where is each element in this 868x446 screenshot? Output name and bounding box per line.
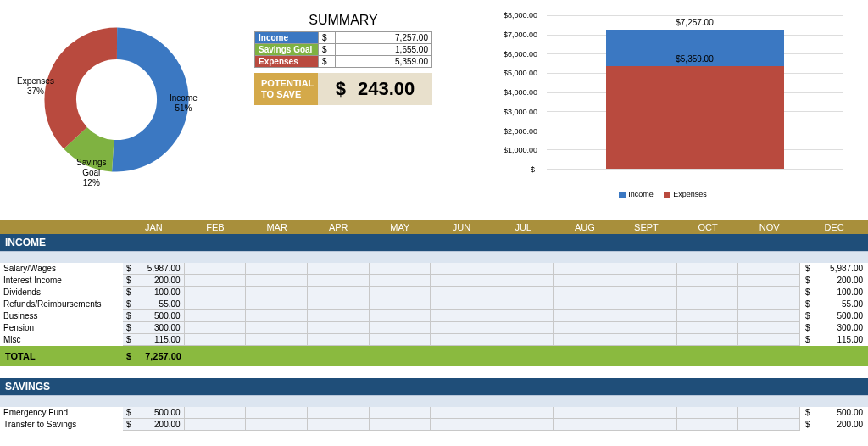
grid-cell[interactable]: [308, 298, 370, 310]
grid-cell[interactable]: [738, 322, 800, 334]
grid-cell[interactable]: [615, 263, 677, 275]
grid-cell[interactable]: [431, 298, 492, 310]
grid-cell[interactable]: [370, 298, 431, 310]
grid-cell[interactable]: [308, 419, 370, 431]
grid-cell[interactable]: [185, 322, 247, 334]
grid-cell[interactable]: [308, 263, 370, 275]
grid-cell[interactable]: [677, 419, 739, 431]
grid-cell[interactable]: $300.00: [123, 322, 185, 334]
grid-cell[interactable]: [492, 419, 554, 431]
grid-cell[interactable]: $5,987.00: [123, 263, 185, 275]
grid-cell[interactable]: [431, 263, 492, 275]
grid-cell[interactable]: [431, 322, 492, 334]
grid-cell[interactable]: [308, 334, 370, 346]
grid-cell[interactable]: [185, 263, 247, 275]
grid-cell[interactable]: [615, 407, 677, 419]
grid-cell[interactable]: [677, 334, 739, 346]
grid-cell[interactable]: [431, 275, 492, 287]
grid-cell[interactable]: [615, 419, 677, 431]
grid-cell[interactable]: [738, 298, 800, 310]
grid-cell[interactable]: [554, 334, 615, 346]
grid-cell[interactable]: [431, 310, 492, 322]
grid-cell[interactable]: [246, 322, 308, 334]
grid-cell[interactable]: [492, 298, 554, 310]
grid-cell[interactable]: [554, 310, 615, 322]
row-total-cell: $200.00: [800, 419, 868, 431]
grid-cell[interactable]: [431, 334, 492, 346]
grid-cell[interactable]: $200.00: [123, 275, 185, 287]
grid-cell[interactable]: [370, 287, 431, 298]
grid-cell[interactable]: [677, 407, 739, 419]
grid-cell[interactable]: [615, 287, 677, 298]
grid-cell[interactable]: [554, 322, 615, 334]
grid-cell[interactable]: [370, 407, 431, 419]
grid-cell[interactable]: [370, 334, 431, 346]
grid-cell[interactable]: [738, 334, 800, 346]
grid-cell[interactable]: [554, 275, 615, 287]
grid-cell[interactable]: [246, 407, 308, 419]
grid-cell[interactable]: [185, 287, 247, 298]
grid-cell[interactable]: [246, 287, 308, 298]
grid-cell[interactable]: [492, 322, 554, 334]
grid-cell[interactable]: $55.00: [123, 298, 185, 310]
grid-cell[interactable]: $115.00: [123, 334, 185, 346]
grid-cell[interactable]: [370, 310, 431, 322]
grid-cell[interactable]: $500.00: [123, 310, 185, 322]
grid-cell[interactable]: [492, 310, 554, 322]
grid-cell[interactable]: [615, 322, 677, 334]
grid-cell[interactable]: [554, 407, 615, 419]
grid-cell[interactable]: [554, 287, 615, 298]
grid-cell[interactable]: [370, 275, 431, 287]
grid-cell[interactable]: [308, 407, 370, 419]
grid-cell[interactable]: $100.00: [123, 287, 185, 298]
grid-cell[interactable]: [677, 298, 739, 310]
grid-cell[interactable]: [246, 298, 308, 310]
grid-cell[interactable]: [308, 275, 370, 287]
grid-cell[interactable]: [677, 263, 739, 275]
grid-cell[interactable]: [308, 287, 370, 298]
grid-cell[interactable]: [370, 263, 431, 275]
grid-cell[interactable]: [615, 334, 677, 346]
grid-cell[interactable]: [615, 275, 677, 287]
grid-cell[interactable]: [370, 419, 431, 431]
grid-cell[interactable]: [554, 263, 615, 275]
grid-cell[interactable]: [554, 298, 615, 310]
grid-cell[interactable]: [554, 419, 615, 431]
grid-cell[interactable]: $500.00: [123, 407, 185, 419]
grid-cell[interactable]: [492, 263, 554, 275]
grid-cell[interactable]: [370, 322, 431, 334]
grid-cell[interactable]: [492, 334, 554, 346]
grid-cell[interactable]: [431, 407, 492, 419]
grid-cell[interactable]: [615, 298, 677, 310]
grid-cell[interactable]: [615, 310, 677, 322]
grid-cell[interactable]: [308, 322, 370, 334]
grid-cell[interactable]: [246, 263, 308, 275]
grid-cell[interactable]: [185, 298, 247, 310]
grid-cell[interactable]: [185, 275, 247, 287]
grid-cell[interactable]: [677, 322, 739, 334]
grid-cell[interactable]: [185, 407, 247, 419]
grid-cell[interactable]: [738, 287, 800, 298]
grid-cell[interactable]: [738, 407, 800, 419]
grid-cell[interactable]: [431, 419, 492, 431]
grid-cell[interactable]: [677, 310, 739, 322]
grid-cell[interactable]: $200.00: [123, 419, 185, 431]
grid-cell[interactable]: [185, 419, 247, 431]
grid-cell[interactable]: [492, 287, 554, 298]
grid-cell[interactable]: [677, 287, 739, 298]
grid-cell[interactable]: [185, 334, 247, 346]
grid-cell[interactable]: [246, 419, 308, 431]
grid-cell[interactable]: [185, 310, 247, 322]
grid-cell[interactable]: [738, 275, 800, 287]
grid-cell[interactable]: [308, 310, 370, 322]
grid-cell[interactable]: [492, 407, 554, 419]
grid-cell[interactable]: [738, 419, 800, 431]
grid-cell[interactable]: [738, 263, 800, 275]
grid-cell[interactable]: [738, 310, 800, 322]
grid-cell[interactable]: [246, 310, 308, 322]
grid-cell[interactable]: [677, 275, 739, 287]
grid-cell[interactable]: [246, 334, 308, 346]
grid-cell[interactable]: [431, 287, 492, 298]
grid-cell[interactable]: [246, 275, 308, 287]
grid-cell[interactable]: [492, 275, 554, 287]
